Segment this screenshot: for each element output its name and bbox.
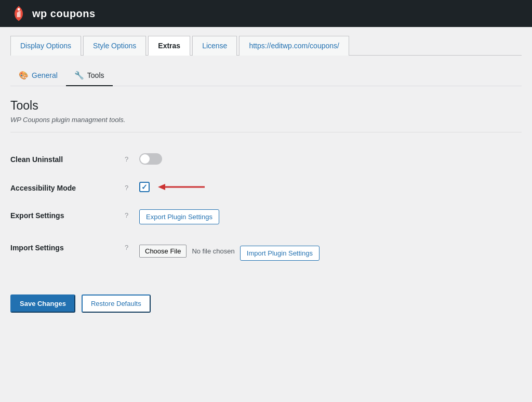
import-settings-label: Import Settings bbox=[10, 242, 125, 252]
export-settings-control: Export Plugin Settings bbox=[139, 209, 522, 224]
main-tabs: Display Options Style Options Extras Lic… bbox=[10, 35, 522, 56]
sub-tabs: 🎨 General 🔧 Tools bbox=[10, 66, 522, 86]
app-header: wp coupons bbox=[0, 0, 532, 27]
sub-tab-general-label: General bbox=[32, 71, 58, 79]
general-icon: 🎨 bbox=[19, 71, 29, 80]
wp-coupons-logo-icon bbox=[10, 5, 27, 22]
export-settings-help[interactable]: ? bbox=[125, 209, 139, 219]
main-content: Display Options Style Options Extras Lic… bbox=[0, 27, 532, 323]
tab-license[interactable]: License bbox=[192, 36, 237, 56]
restore-defaults-button[interactable]: Restore Defaults bbox=[82, 294, 151, 313]
section-title: Tools bbox=[10, 99, 522, 113]
section-divider bbox=[10, 132, 522, 132]
accessibility-mode-help[interactable]: ? bbox=[125, 182, 139, 192]
import-settings-question-icon[interactable]: ? bbox=[125, 244, 128, 251]
setting-row-export-settings: Export Settings ? Export Plugin Settings bbox=[10, 201, 522, 233]
logo-container: wp coupons bbox=[10, 5, 96, 22]
accessibility-mode-question-icon[interactable]: ? bbox=[125, 184, 128, 192]
accessibility-mode-label: Accessibility Mode bbox=[10, 182, 125, 192]
sub-tab-tools-label: Tools bbox=[87, 71, 104, 79]
export-settings-label: Export Settings bbox=[10, 209, 125, 220]
accessibility-arrow-group bbox=[139, 182, 205, 192]
no-file-chosen-text: No file chosen bbox=[192, 247, 234, 255]
file-input-group: Choose File No file chosen bbox=[139, 245, 235, 258]
clean-uninstall-question-icon[interactable]: ? bbox=[125, 155, 128, 163]
section-description: WP Coupons plugin managment tools. bbox=[10, 116, 522, 124]
setting-row-import-settings: Import Settings ? Choose File No file ch… bbox=[10, 233, 522, 270]
tab-extras[interactable]: Extras bbox=[148, 36, 190, 56]
clean-uninstall-control bbox=[139, 153, 522, 165]
import-plugin-settings-button[interactable]: Import Plugin Settings bbox=[240, 246, 320, 261]
clean-uninstall-label: Clean Uninstall bbox=[10, 153, 125, 164]
red-arrow-svg bbox=[158, 182, 205, 192]
tools-icon: 🔧 bbox=[74, 71, 84, 80]
clean-uninstall-help[interactable]: ? bbox=[125, 153, 139, 163]
svg-point-0 bbox=[18, 8, 20, 11]
tab-style-options[interactable]: Style Options bbox=[83, 36, 146, 56]
svg-marker-2 bbox=[158, 184, 165, 190]
save-changes-button[interactable]: Save Changes bbox=[10, 294, 75, 313]
tab-display-options[interactable]: Display Options bbox=[10, 36, 81, 56]
setting-row-accessibility-mode: Accessibility Mode ? bbox=[10, 173, 522, 201]
import-button-wrapper: Import Plugin Settings bbox=[240, 246, 320, 261]
accessibility-mode-checkbox[interactable] bbox=[139, 182, 150, 192]
sub-tab-tools[interactable]: 🔧 Tools bbox=[66, 66, 113, 86]
accessibility-mode-control bbox=[139, 182, 522, 192]
app-title: wp coupons bbox=[32, 8, 96, 20]
export-settings-question-icon[interactable]: ? bbox=[125, 211, 128, 219]
export-plugin-settings-button[interactable]: Export Plugin Settings bbox=[139, 209, 219, 224]
clean-uninstall-toggle[interactable] bbox=[139, 153, 162, 165]
import-settings-help[interactable]: ? bbox=[125, 242, 139, 251]
import-settings-control: Choose File No file chosen Import Plugin… bbox=[139, 242, 522, 261]
red-arrow-annotation bbox=[158, 182, 205, 192]
tab-external-link[interactable]: https://editwp.com/coupons/ bbox=[239, 36, 349, 56]
choose-file-button[interactable]: Choose File bbox=[139, 245, 187, 258]
sub-tab-general[interactable]: 🎨 General bbox=[10, 66, 66, 86]
bottom-actions: Save Changes Restore Defaults bbox=[10, 284, 522, 313]
setting-row-clean-uninstall: Clean Uninstall ? bbox=[10, 145, 522, 173]
